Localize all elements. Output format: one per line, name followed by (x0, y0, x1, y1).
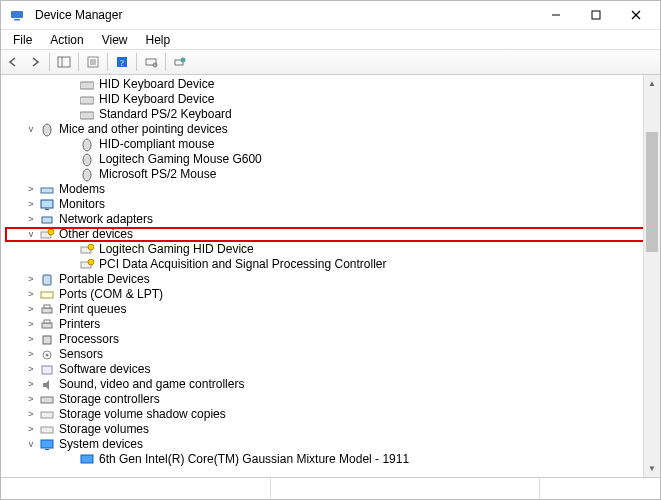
category-monitors[interactable]: > Monitors (7, 197, 660, 212)
ports-icon (39, 287, 55, 303)
menu-view[interactable]: View (94, 31, 136, 49)
expander-collapsed-icon[interactable]: > (25, 214, 37, 226)
keyboard-icon (79, 92, 95, 108)
category-system-devices[interactable]: v System devices (7, 437, 660, 452)
close-button[interactable] (616, 1, 656, 29)
device-standard-ps2-keyboard[interactable]: Standard PS/2 Keyboard (7, 107, 660, 122)
scroll-down-icon[interactable]: ▼ (644, 460, 660, 477)
category-portable-devices[interactable]: > Portable Devices (7, 272, 660, 287)
category-printers[interactable]: > Printers (7, 317, 660, 332)
device-hid-mouse[interactable]: HID-compliant mouse (7, 137, 660, 152)
maximize-button[interactable] (576, 1, 616, 29)
svg-rect-0 (11, 11, 23, 18)
scan-hardware-button[interactable] (141, 52, 161, 72)
scroll-up-icon[interactable]: ▲ (644, 75, 660, 92)
expander-collapsed-icon[interactable]: > (25, 304, 37, 316)
unknown-device-icon (79, 242, 95, 258)
category-sound[interactable]: > Sound, video and game controllers (7, 377, 660, 392)
svg-point-43 (46, 353, 49, 356)
svg-rect-36 (41, 292, 53, 298)
device-uninstall-button[interactable] (170, 52, 190, 72)
minimize-button[interactable] (536, 1, 576, 29)
expander-collapsed-icon[interactable]: > (25, 334, 37, 346)
device-ms-ps2-mouse[interactable]: Microsoft PS/2 Mouse (7, 167, 660, 182)
svg-point-30 (48, 229, 54, 235)
category-mice[interactable]: v Mice and other pointing devices (7, 122, 660, 137)
category-storage-controllers[interactable]: > Storage controllers (7, 392, 660, 407)
device-sixth-gen-intel[interactable]: 6th Gen Intel(R) Core(TM) Gaussian Mixtu… (7, 452, 660, 467)
modem-icon (39, 182, 55, 198)
device-hid-keyboard[interactable]: HID Keyboard Device (7, 77, 660, 92)
svg-point-24 (83, 169, 91, 181)
category-network-adapters[interactable]: > Network adapters (7, 212, 660, 227)
portable-icon (39, 272, 55, 288)
status-cell (271, 478, 541, 499)
category-print-queues[interactable]: > Print queues (7, 302, 660, 317)
storage-controller-icon (39, 392, 55, 408)
expander-collapsed-icon[interactable]: > (25, 394, 37, 406)
expander-collapsed-icon[interactable]: > (25, 364, 37, 376)
toolbar-separator (78, 53, 79, 71)
menu-file[interactable]: File (5, 31, 40, 49)
expander-collapsed-icon[interactable]: > (25, 289, 37, 301)
svg-rect-3 (592, 11, 600, 19)
computer-icon (79, 452, 95, 468)
storage-icon (39, 407, 55, 423)
menu-action[interactable]: Action (42, 31, 91, 49)
expander-collapsed-icon[interactable]: > (25, 349, 37, 361)
expander-collapsed-icon[interactable]: > (25, 184, 37, 196)
svg-rect-41 (43, 336, 51, 344)
device-logitech-mouse[interactable]: Logitech Gaming Mouse G600 (7, 152, 660, 167)
help-button[interactable]: ? (112, 52, 132, 72)
mouse-icon (39, 122, 55, 138)
forward-button[interactable] (25, 52, 45, 72)
device-hid-keyboard[interactable]: HID Keyboard Device (7, 92, 660, 107)
expander-expanded-icon[interactable]: v (25, 124, 37, 136)
properties-button[interactable] (83, 52, 103, 72)
expander-collapsed-icon[interactable]: > (25, 379, 37, 391)
svg-rect-19 (80, 97, 94, 104)
category-storage-volumes[interactable]: > Storage volumes (7, 422, 660, 437)
svg-point-34 (88, 259, 94, 265)
network-icon (39, 212, 55, 228)
svg-point-21 (43, 124, 51, 136)
toolbar-separator (136, 53, 137, 71)
window-title: Device Manager (35, 8, 122, 22)
status-bar (1, 477, 660, 499)
keyboard-icon (79, 77, 95, 93)
status-cell (540, 478, 660, 499)
expander-collapsed-icon[interactable]: > (25, 274, 37, 286)
svg-rect-35 (43, 275, 51, 285)
svg-rect-40 (44, 320, 50, 323)
expander-expanded-icon[interactable]: v (25, 439, 37, 451)
svg-rect-1 (14, 19, 20, 21)
expander-collapsed-icon[interactable]: > (25, 319, 37, 331)
category-storage-shadow[interactable]: > Storage volume shadow copies (7, 407, 660, 422)
category-software-devices[interactable]: > Software devices (7, 362, 660, 377)
print-queue-icon (39, 302, 55, 318)
app-icon (9, 7, 25, 23)
sound-icon (39, 377, 55, 393)
vertical-scrollbar[interactable]: ▲ ▼ (643, 75, 660, 477)
category-modems[interactable]: > Modems (7, 182, 660, 197)
svg-rect-39 (42, 323, 52, 328)
toolbar-separator (49, 53, 50, 71)
svg-rect-45 (41, 397, 53, 403)
show-hide-tree-button[interactable] (54, 52, 74, 72)
scroll-track[interactable] (644, 92, 660, 460)
unknown-device-icon (79, 257, 95, 273)
svg-rect-18 (80, 82, 94, 89)
category-other-devices[interactable]: v Other devices (5, 227, 660, 242)
expander-collapsed-icon[interactable]: > (25, 409, 37, 421)
device-logitech-hid[interactable]: Logitech Gaming HID Device (7, 242, 660, 257)
category-processors[interactable]: > Processors (7, 332, 660, 347)
expander-collapsed-icon[interactable]: > (25, 199, 37, 211)
category-ports[interactable]: > Ports (COM & LPT) (7, 287, 660, 302)
back-button[interactable] (3, 52, 23, 72)
expander-expanded-icon[interactable]: v (25, 229, 37, 241)
scroll-thumb[interactable] (646, 132, 658, 252)
device-pci-daq[interactable]: PCI Data Acquisition and Signal Processi… (7, 257, 660, 272)
category-sensors[interactable]: > Sensors (7, 347, 660, 362)
menu-help[interactable]: Help (138, 31, 179, 49)
expander-collapsed-icon[interactable]: > (25, 424, 37, 436)
